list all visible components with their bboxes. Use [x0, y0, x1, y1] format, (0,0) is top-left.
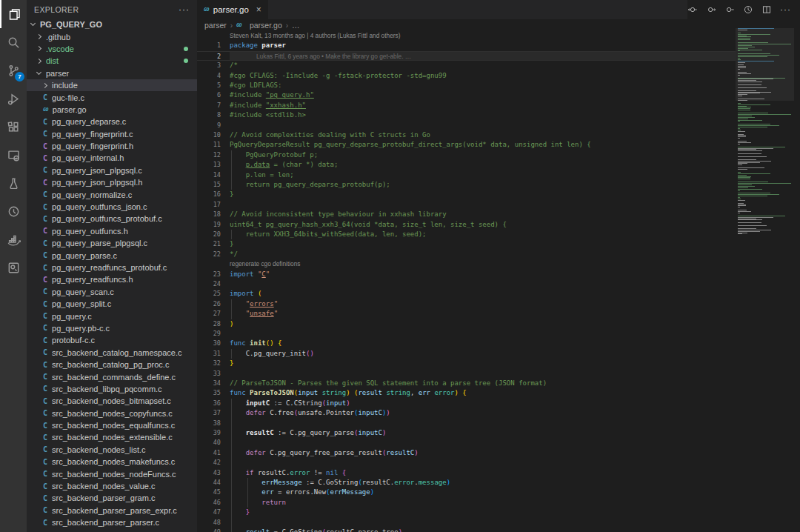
code-line[interactable]: 2Lukas Fittl, 6 years ago • Make the lib…: [197, 51, 736, 61]
tree-item-file[interactable]: Cpg_query.pb-c.c: [27, 322, 197, 334]
tree-item-file[interactable]: Csrc_backend_nodes_copyfuncs.c: [27, 408, 197, 419]
code-line[interactable]: 47 }: [197, 508, 736, 517]
extensions-icon[interactable]: [0, 113, 27, 141]
code-line[interactable]: 10// Avoid complexities dealing with C s…: [197, 130, 736, 140]
code-line[interactable]: 42: [197, 458, 736, 468]
testing-icon[interactable]: [0, 169, 27, 197]
code-line[interactable]: 17: [197, 200, 736, 210]
tree-item-folder[interactable]: parser: [27, 67, 197, 79]
code-line[interactable]: 45 err = errors.New(errMessage): [197, 488, 736, 497]
code-line[interactable]: 16}: [197, 190, 736, 199]
tree-item-file[interactable]: Cpg_query_json_plpgsql.c: [27, 164, 197, 176]
code-line[interactable]: 11PgQueryDeparseResult pg_query_deparse_…: [197, 140, 736, 150]
timeline-icon[interactable]: [743, 4, 753, 15]
code-line[interactable]: 46 return: [197, 498, 736, 508]
remote-explorer-icon[interactable]: [0, 141, 27, 169]
tree-item-folder[interactable]: .vscode: [27, 43, 197, 55]
code-line[interactable]: 33: [197, 369, 736, 379]
code-line[interactable]: 38: [197, 419, 736, 428]
tree-item-file[interactable]: Csrc_backend_catalog_namespace.c: [27, 347, 197, 359]
code-line[interactable]: 20 return XXH3_64bits_withSeed(data, len…: [197, 230, 736, 239]
minimap[interactable]: [736, 28, 794, 234]
tree-item-file[interactable]: Cpg_query_outfuncs_json.c: [27, 201, 197, 213]
extension-settings-icon[interactable]: [0, 253, 27, 282]
code-line[interactable]: 29: [197, 329, 736, 339]
code-line[interactable]: 34// ParseToJSON - Parses the given SQL …: [197, 379, 736, 388]
code-line[interactable]: 44 errMessage := C.GoString(resultC.erro…: [197, 478, 736, 488]
run-and-debug-icon[interactable]: [0, 84, 27, 113]
breadcrumb-symbol[interactable]: …: [292, 21, 300, 30]
code-line[interactable]: 36 inputC := C.CString(input): [197, 399, 736, 408]
gitlens-annotations-icon[interactable]: [687, 4, 698, 15]
tree-item-file[interactable]: Cpg_query_fingerprint.h: [27, 140, 197, 152]
tree-item-folder[interactable]: dist: [27, 55, 197, 67]
tree-item-folder[interactable]: include: [27, 79, 197, 91]
code-line[interactable]: 23import "C": [197, 270, 736, 279]
tree-item-file[interactable]: Cpg_query_deparse.c: [27, 116, 197, 127]
docker-icon[interactable]: [0, 225, 27, 253]
code-line[interactable]: 49 result = C.GoString(resultC.parse_tre…: [197, 528, 736, 532]
code-line[interactable]: 8#include <stdlib.h>: [197, 110, 736, 120]
code-line[interactable]: 30func init() {: [197, 339, 736, 348]
tree-item-file[interactable]: Cpg_query_readfuncs_protobuf.c: [27, 262, 197, 273]
breadcrumb-file[interactable]: parser.go: [250, 21, 282, 30]
code-line[interactable]: 41 defer C.pg_query_free_parse_result(re…: [197, 448, 736, 458]
code-line[interactable]: 31 C.pg_query_init(): [197, 349, 736, 359]
code-line[interactable]: 12 PgQueryProtobuf p;: [197, 150, 736, 160]
codelens-text[interactable]: Steven Kalt, 13 months ago | 4 authors (…: [230, 31, 400, 41]
tree-item-file[interactable]: Csrc_backend_parser_parser.c: [27, 516, 197, 528]
tree-item-file[interactable]: Cpg_query_outfuncs_protobuf.c: [27, 213, 197, 225]
tree-item-file[interactable]: Cpg_query_outfuncs.h: [27, 225, 197, 237]
tree-item-file[interactable]: Cpg_query_split.c: [27, 298, 197, 310]
code-line[interactable]: 27 "unsafe": [197, 309, 736, 319]
search-icon[interactable]: [0, 28, 27, 56]
tree-item-file[interactable]: Cpg_query_readfuncs.h: [27, 273, 197, 285]
code-line[interactable]: 7#include "xxhash.h": [197, 101, 736, 110]
code-line[interactable]: 3/*: [197, 61, 736, 70]
code-line[interactable]: 40: [197, 438, 736, 448]
tree-item-file[interactable]: Csrc_backend_nodes_nodeFuncs.c: [27, 468, 197, 479]
code-line[interactable]: 48: [197, 518, 736, 528]
breadcrumb-folder[interactable]: parser: [204, 21, 227, 30]
tree-item-file[interactable]: Csrc_backend_nodes_bitmapset.c: [27, 395, 197, 407]
code-line[interactable]: 9: [197, 121, 736, 130]
explorer-more-actions-icon[interactable]: ···: [179, 4, 190, 15]
code-line[interactable]: 6#include "pg_query.h": [197, 90, 736, 100]
code-line[interactable]: 18// Avoid inconsistent type behaviour i…: [197, 210, 736, 219]
tree-item-file[interactable]: Csrc_backend_catalog_pg_proc.c: [27, 359, 197, 370]
tree-item-file[interactable]: Csrc_backend_parser_gram.c: [27, 492, 197, 504]
split-editor-icon[interactable]: [761, 4, 772, 15]
explorer-icon[interactable]: [0, 0, 27, 28]
tree-item-file[interactable]: Csrc_backend_nodes_extensible.c: [27, 431, 197, 443]
code-line[interactable]: 37 defer C.free(unsafe.Pointer(inputC)): [197, 408, 736, 418]
more-actions-icon[interactable]: ···: [780, 4, 791, 15]
code-line[interactable]: 28): [197, 319, 736, 329]
gitlens-heatmap-icon[interactable]: [724, 4, 735, 15]
tree-item-file[interactable]: Cpg_query_scan.c: [27, 286, 197, 298]
tree-item-file[interactable]: Cpg_query_json_plpgsql.h: [27, 176, 197, 188]
tree-item-file[interactable]: Csrc_backend_nodes_equalfuncs.c: [27, 419, 197, 431]
tree-item-file[interactable]: GOparser.go: [27, 104, 197, 116]
tree-item-file[interactable]: Csrc_backend_parser_parse_expr.c: [27, 505, 197, 516]
code-line[interactable]: 21}: [197, 239, 736, 249]
gitlens-recent-change-icon[interactable]: [706, 4, 716, 15]
tree-item-file[interactable]: Cpg_query_fingerprint.c: [27, 128, 197, 140]
code-line[interactable]: 19uint64_t pg_query_hash_xxh3_64(void *d…: [197, 220, 736, 230]
code-line[interactable]: 26 "errors": [197, 299, 736, 309]
tree-item-file[interactable]: Cprotobuf-c.c: [27, 334, 197, 346]
tree-item-folder[interactable]: .github: [27, 30, 197, 42]
tree-item-file[interactable]: Cpg_query_parse_plpgsql.c: [27, 237, 197, 249]
code-line[interactable]: 35func ParseToJSON(input string) (result…: [197, 388, 736, 398]
tree-item-file[interactable]: Cpg_query_normalize.c: [27, 188, 197, 200]
codelens-text[interactable]: regenerate cgo definitions: [230, 259, 300, 269]
close-tab-icon[interactable]: ×: [256, 4, 261, 15]
tree-item-file[interactable]: Csrc_backend_nodes_makefuncs.c: [27, 456, 197, 468]
code-line[interactable]: 25import (: [197, 289, 736, 299]
tree-item-file[interactable]: Csrc_backend_commands_define.c: [27, 370, 197, 382]
tree-item-file[interactable]: Cpg_query.c: [27, 310, 197, 322]
code-line[interactable]: 32}: [197, 359, 736, 368]
code-line[interactable]: 39 resultC := C.pg_query_parse(inputC): [197, 428, 736, 438]
tree-item-file[interactable]: Cpg_query_internal.h: [27, 152, 197, 164]
tree-item-folder[interactable]: PG_QUERY_GO: [27, 19, 197, 30]
minimap-slider[interactable]: [736, 28, 794, 101]
